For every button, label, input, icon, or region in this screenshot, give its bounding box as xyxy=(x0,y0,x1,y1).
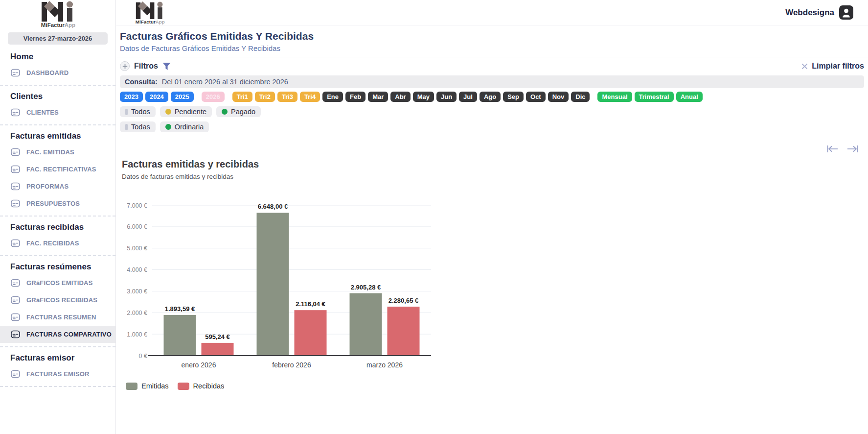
svg-text:1.893,59 €: 1.893,59 € xyxy=(165,305,195,313)
status-dot-icon xyxy=(222,109,228,115)
sidebar: Viernes 27-marzo-2026 Home DASHBOARD Cli… xyxy=(0,0,116,434)
sidebar-item-proformas[interactable]: PROFORMAS xyxy=(0,178,115,195)
section-header-clientes: Clientes xyxy=(0,86,115,104)
chart-pager xyxy=(116,132,868,153)
app-logo xyxy=(34,1,81,28)
sidebar-divider xyxy=(0,216,115,217)
sidebar-item-facturas-comparativo[interactable]: FACTURAS COMPARATIVO xyxy=(0,326,115,343)
sidebar-item-label: FAC. RECIBIDAS xyxy=(26,240,79,247)
sidebar-item-label: GRáFICOS EMITIDAS xyxy=(26,279,93,287)
sidebar-item-label: DASHBOARD xyxy=(26,69,69,76)
filter-chip[interactable]: Feb xyxy=(345,92,365,102)
filter-chip[interactable]: Tri3 xyxy=(277,92,297,102)
legend-item-emitidas[interactable]: Emitidas xyxy=(126,382,169,390)
svg-text:595,24 €: 595,24 € xyxy=(205,333,230,340)
user-avatar-icon[interactable] xyxy=(839,5,853,20)
sidebar-item-graficos-recibidas[interactable]: GRáFICOS RECIBIDAS xyxy=(0,291,115,309)
sidebar-item-fac-recibidas[interactable]: FAC. RECIBIDAS xyxy=(0,235,115,252)
filter-chips-row: 2023 2024 2025 2026 Tri1 Tri2 Tri3 Tri4 … xyxy=(116,88,868,102)
filter-chip[interactable]: 2025 xyxy=(171,92,194,102)
status-pill-label: Pendiente xyxy=(175,108,206,116)
chart-subtitle: Datos de facturas emitidas y recibidas xyxy=(122,173,864,180)
legend-label: Recibidas xyxy=(193,382,225,390)
status-dot-icon xyxy=(165,109,171,115)
type-pill[interactable]: Todas xyxy=(120,121,156,132)
sidebar-item-fac-rectificativas[interactable]: FAC. RECTIFICATIVAS xyxy=(0,161,115,178)
filter-chip[interactable]: 2026 xyxy=(202,92,225,102)
status-dot-icon xyxy=(125,109,128,115)
svg-text:5.000 €: 5.000 € xyxy=(127,245,147,252)
previous-arrow-icon[interactable] xyxy=(827,145,839,153)
sidebar-item-presupuestos[interactable]: PRESUPUESTOS xyxy=(0,195,115,212)
type-pill[interactable]: Ordinaria xyxy=(160,121,209,132)
invoice-card-icon xyxy=(10,278,21,288)
filter-chip[interactable]: Jul xyxy=(459,92,477,102)
invoice-card-icon xyxy=(10,147,21,157)
svg-text:0 €: 0 € xyxy=(139,353,147,360)
filter-chip[interactable]: Tri1 xyxy=(232,92,252,102)
filter-chip[interactable]: Ago xyxy=(480,92,501,102)
svg-text:4.000 €: 4.000 € xyxy=(127,266,147,273)
legend-item-recibidas[interactable]: Recibidas xyxy=(178,382,225,390)
filter-chip[interactable]: Mensual xyxy=(597,92,632,102)
sidebar-divider xyxy=(0,386,115,387)
filter-chip[interactable]: Sep xyxy=(503,92,524,102)
filter-funnel-icon[interactable] xyxy=(162,62,171,71)
sidebar-item-clientes[interactable]: CLIENTES xyxy=(0,104,115,121)
invoice-card-icon xyxy=(10,164,21,174)
chart-card: Facturas emitidas y recibidas Datos de f… xyxy=(116,153,868,390)
user-name: Webdesigna xyxy=(785,8,834,18)
filter-chip[interactable]: Anual xyxy=(676,92,703,102)
filter-chip[interactable]: Abr xyxy=(390,92,410,102)
sidebar-item-facturas-resumen[interactable]: FACTURAS RESUMEN xyxy=(0,309,115,326)
sidebar-divider xyxy=(0,124,115,125)
date-badge: Viernes 27-marzo-2026 xyxy=(8,32,108,45)
clear-filters-button[interactable]: Limpiar filtros xyxy=(801,62,864,71)
filter-chip[interactable]: Oct xyxy=(526,92,546,102)
filter-chip[interactable]: Dic xyxy=(571,92,590,102)
filters-label: Filtros xyxy=(134,62,158,71)
sidebar-item-graficos-emitidas[interactable]: GRáFICOS EMITIDAS xyxy=(0,274,115,291)
status-pill-label: Todos xyxy=(131,108,150,116)
svg-text:marzo 2026: marzo 2026 xyxy=(366,361,403,369)
sidebar-divider xyxy=(0,85,115,86)
invoice-card-icon xyxy=(10,68,21,78)
sidebar-item-facturas-emisor[interactable]: FACTURAS EMISOR xyxy=(0,365,115,383)
status-filter-row: Todos Pendiente Pagado xyxy=(116,102,868,117)
page-header: Facturas Gráficos Emitidas Y Recibidas D… xyxy=(116,25,868,57)
filter-chip[interactable]: Tri2 xyxy=(255,92,275,102)
sidebar-item-dashboard[interactable]: DASHBOARD xyxy=(0,64,115,81)
filter-chip[interactable]: Mar xyxy=(368,92,388,102)
sidebar-item-label: CLIENTES xyxy=(26,109,59,116)
user-menu[interactable]: Webdesigna xyxy=(785,5,853,20)
svg-text:febrero 2026: febrero 2026 xyxy=(272,361,311,369)
expand-filters-button[interactable] xyxy=(120,61,130,71)
sidebar-divider xyxy=(0,255,115,256)
sidebar-item-fac-emitidas[interactable]: FAC. EMITIDAS xyxy=(0,144,115,161)
filter-chip[interactable]: Trimestral xyxy=(635,92,674,102)
status-pill[interactable]: Pagado xyxy=(216,106,261,117)
status-pill[interactable]: Pendiente xyxy=(160,106,212,117)
next-arrow-icon[interactable] xyxy=(846,145,858,153)
filter-chip[interactable]: 2023 xyxy=(120,92,143,102)
filter-chip[interactable]: Tri4 xyxy=(300,92,320,102)
svg-text:1.000 €: 1.000 € xyxy=(127,331,147,338)
filter-chip[interactable]: 2024 xyxy=(145,92,168,102)
status-pill[interactable]: Todos xyxy=(120,106,156,117)
sidebar-item-label: FAC. EMITIDAS xyxy=(26,148,74,156)
filter-chip[interactable]: Ene xyxy=(322,92,343,102)
filter-chip[interactable]: Nov xyxy=(548,92,569,102)
plus-icon xyxy=(122,64,128,69)
svg-text:2.116,04 €: 2.116,04 € xyxy=(296,300,325,308)
section-header-facturas-emitidas: Facturas emitidas xyxy=(0,126,115,144)
app-logo xyxy=(130,1,170,25)
invoice-card-icon xyxy=(10,329,21,339)
filter-chip[interactable]: Jun xyxy=(436,92,457,102)
type-pill-label: Todas xyxy=(131,123,150,131)
main-content: Webdesigna Facturas Gráficos Emitidas Y … xyxy=(116,0,868,434)
sidebar-nav: Home DASHBOARD Clientes CLIENTES Factura… xyxy=(0,47,115,387)
svg-text:6.000 €: 6.000 € xyxy=(127,223,147,230)
filter-chip[interactable]: May xyxy=(413,92,434,102)
svg-text:3.000 €: 3.000 € xyxy=(127,288,147,295)
invoice-card-icon xyxy=(10,198,21,209)
